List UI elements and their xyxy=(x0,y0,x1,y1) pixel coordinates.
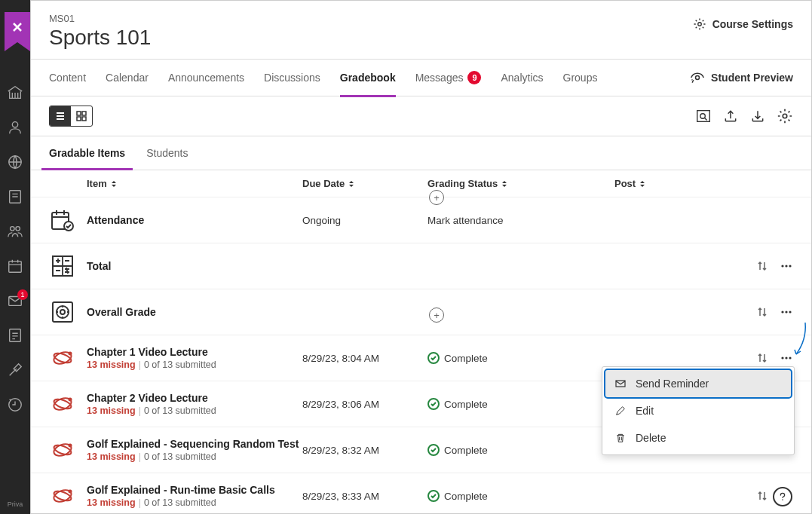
search-items-button[interactable] xyxy=(695,108,712,124)
list-view-button[interactable] xyxy=(50,106,71,126)
close-panel-button[interactable] xyxy=(5,12,30,42)
course-code: MS01 xyxy=(49,13,151,24)
course-title: Sports 101 xyxy=(49,26,151,50)
course-settings-button[interactable]: Course Settings xyxy=(693,17,793,31)
svg-rect-11 xyxy=(77,112,81,115)
institution-icon[interactable] xyxy=(7,84,23,101)
row-due-date: 8/29/23, 8:04 AM xyxy=(302,353,427,364)
svg-rect-15 xyxy=(697,111,710,122)
row-type-icon xyxy=(49,482,76,509)
subtab-students[interactable]: Students xyxy=(146,136,188,170)
svg-point-22 xyxy=(785,265,787,267)
menu-edit[interactable]: Edit xyxy=(605,397,791,424)
subtab-gradable-items[interactable]: Gradable Items xyxy=(49,136,125,170)
row-due-date: Ongoing xyxy=(302,215,427,226)
checkmark-icon xyxy=(427,490,440,502)
help-icon xyxy=(777,491,789,503)
profile-icon[interactable] xyxy=(7,119,23,136)
status-text: Complete xyxy=(444,399,488,410)
tab-messages[interactable]: Messages9 xyxy=(415,59,482,96)
calendar-icon[interactable] xyxy=(7,258,23,274)
svg-point-29 xyxy=(789,311,791,313)
more-actions-button[interactable] xyxy=(780,305,793,319)
left-rail: 1 Priva xyxy=(0,0,30,514)
menu-delete[interactable]: Delete xyxy=(605,424,791,451)
tab-analytics[interactable]: Analytics xyxy=(501,59,543,96)
privacy-label: Priva xyxy=(8,500,23,508)
svg-point-9 xyxy=(697,23,701,26)
more-actions-button[interactable] xyxy=(780,351,793,365)
messages-rail-badge: 1 xyxy=(17,289,28,300)
signout-icon[interactable] xyxy=(7,396,23,413)
upload-button[interactable] xyxy=(722,108,739,124)
svg-point-4 xyxy=(16,227,20,231)
table-row[interactable]: Overall Grade xyxy=(31,289,811,335)
add-item-button-mid[interactable]: + xyxy=(429,307,444,323)
preview-icon xyxy=(690,70,705,85)
grades-rail-icon[interactable] xyxy=(7,327,23,344)
svg-point-38 xyxy=(69,398,72,402)
reorder-button[interactable] xyxy=(755,305,769,319)
add-item-button-top[interactable]: + xyxy=(429,190,444,205)
grid-view-button[interactable] xyxy=(71,106,92,126)
submitted-count: 0 of 13 submitted xyxy=(144,497,216,508)
row-title: Chapter 1 Video Lecture xyxy=(87,346,302,358)
row-title: Chapter 2 Video Lecture xyxy=(87,392,302,404)
row-type-icon xyxy=(49,207,76,234)
menu-send-reminder[interactable]: Send Reminder xyxy=(605,370,791,397)
download-button[interactable] xyxy=(749,108,766,124)
submitted-count: 0 of 13 submitted xyxy=(144,405,216,416)
row-title: Attendance xyxy=(87,214,302,226)
status-text: Mark attendance xyxy=(427,215,504,226)
svg-point-28 xyxy=(785,311,787,313)
reorder-button[interactable] xyxy=(755,259,769,273)
svg-point-33 xyxy=(781,356,783,359)
row-context-menu: Send Reminder Edit Delete xyxy=(602,366,795,455)
student-preview-button[interactable]: Student Preview xyxy=(690,70,793,85)
row-due-date: 8/29/23, 8:33 AM xyxy=(302,491,427,502)
tab-gradebook[interactable]: Gradebook xyxy=(340,59,396,96)
tab-content[interactable]: Content xyxy=(49,59,86,96)
gradebook-settings-button[interactable] xyxy=(777,108,793,124)
svg-point-35 xyxy=(789,356,791,359)
course-settings-label: Course Settings xyxy=(712,18,793,30)
column-item-sort[interactable]: Item xyxy=(87,178,118,189)
column-due-sort[interactable]: Due Date xyxy=(302,178,355,189)
groups-icon[interactable] xyxy=(7,223,23,240)
globe-icon[interactable] xyxy=(7,154,23,170)
tab-discussions[interactable]: Discussions xyxy=(264,59,320,96)
row-type-icon xyxy=(49,390,76,418)
column-post-sort[interactable]: Post xyxy=(614,178,646,189)
checkmark-icon xyxy=(427,352,440,364)
reorder-button[interactable] xyxy=(755,351,769,365)
tools-icon[interactable] xyxy=(7,362,23,378)
trash-icon xyxy=(614,432,627,444)
tab-calendar[interactable]: Calendar xyxy=(106,59,149,96)
checkmark-icon xyxy=(427,398,440,410)
column-status-sort[interactable]: Grading Status xyxy=(427,178,508,189)
tab-groups[interactable]: Groups xyxy=(563,59,598,96)
row-type-icon xyxy=(49,252,76,280)
courses-icon[interactable] xyxy=(7,188,23,205)
svg-point-3 xyxy=(11,227,14,231)
svg-rect-14 xyxy=(82,117,86,121)
submitted-count: 0 of 13 submitted xyxy=(144,359,216,370)
row-due-date: 8/29/23, 8:32 AM xyxy=(302,445,427,456)
svg-point-21 xyxy=(781,265,783,267)
more-actions-button[interactable] xyxy=(780,259,793,273)
reorder-button[interactable] xyxy=(755,489,769,503)
svg-point-26 xyxy=(60,310,65,314)
row-type-icon xyxy=(49,344,76,372)
help-button[interactable] xyxy=(773,487,792,506)
tab-announcements[interactable]: Announcements xyxy=(168,59,244,96)
status-text: Complete xyxy=(444,353,488,364)
row-due-date: 8/29/23, 8:06 AM xyxy=(302,399,427,410)
svg-point-23 xyxy=(789,265,791,267)
table-row[interactable]: Golf Explained - Run-time Basic Calls13 … xyxy=(31,473,811,514)
table-row[interactable]: Total xyxy=(31,243,811,289)
view-toggle xyxy=(49,106,93,127)
row-title: Golf Explained - Sequencing Random Test xyxy=(87,438,302,450)
table-row[interactable]: Attendance Ongoing Mark attendance xyxy=(31,197,811,243)
svg-rect-24 xyxy=(53,302,72,322)
pencil-icon xyxy=(614,405,627,417)
